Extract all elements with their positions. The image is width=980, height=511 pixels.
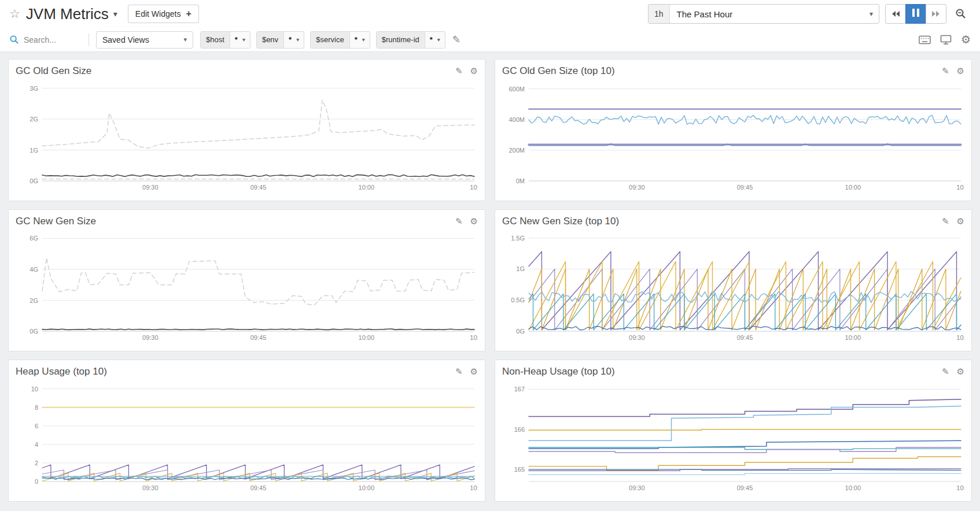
- search-icon: [9, 35, 19, 45]
- svg-text:2G: 2G: [30, 116, 38, 123]
- chevron-down-icon: ▾: [296, 36, 304, 43]
- chart-canvas[interactable]: 024681009:3009:4510:0010:: [16, 379, 478, 493]
- keyboard-icon: [919, 35, 931, 45]
- svg-text:10:: 10:: [956, 484, 964, 491]
- dashboard-title: JVM Metrics: [26, 5, 109, 23]
- plus-icon: +: [186, 10, 191, 17]
- search-input[interactable]: [24, 35, 82, 45]
- keyboard-shortcuts-icon[interactable]: [919, 35, 931, 45]
- chart-canvas[interactable]: 16516616709:3009:4510:0010:: [502, 379, 964, 493]
- toolbar-divider: [89, 34, 89, 46]
- search-box[interactable]: [9, 35, 82, 45]
- edit-widget-pencil-icon[interactable]: ✎: [455, 216, 463, 227]
- svg-text:1.5G: 1.5G: [511, 235, 525, 242]
- template-var-name: $runtime-id: [377, 32, 425, 48]
- template-var-runtime-id[interactable]: $runtime-id*▾: [376, 31, 445, 49]
- header-right: 1h The Past Hour ▾: [648, 4, 971, 24]
- widget-non-heap-usage-top-10: Non-Heap Usage (top 10)✎⚙16516616709:300…: [495, 360, 972, 502]
- svg-text:4: 4: [35, 441, 38, 448]
- svg-text:10:: 10:: [956, 184, 964, 191]
- svg-text:10:: 10:: [470, 184, 478, 191]
- svg-text:09:30: 09:30: [629, 484, 645, 491]
- svg-text:09:30: 09:30: [142, 484, 159, 491]
- chevron-down-icon: ▾: [183, 36, 187, 43]
- edit-widget-pencil-icon[interactable]: ✎: [942, 66, 949, 76]
- time-forward-button[interactable]: [926, 4, 946, 24]
- svg-text:10:00: 10:00: [359, 334, 375, 341]
- graph-zoom-button[interactable]: [951, 4, 971, 24]
- svg-text:1G: 1G: [30, 147, 38, 154]
- widget-title: GC Old Gen Size: [16, 65, 91, 77]
- widget-icons: ✎⚙: [942, 66, 964, 76]
- svg-text:09:30: 09:30: [629, 334, 645, 341]
- svg-text:10:00: 10:00: [845, 484, 861, 491]
- chart-canvas[interactable]: 0G1G2G3G09:3009:4510:0010:: [16, 78, 478, 192]
- widget-header: GC Old Gen Size (top 10)✎⚙: [502, 65, 964, 77]
- widget-settings-gear-icon[interactable]: ⚙: [470, 366, 478, 377]
- chart-canvas[interactable]: 0G0.5G1G1.5G09:3009:4510:0010:: [502, 228, 964, 343]
- svg-text:09:45: 09:45: [737, 184, 753, 191]
- time-range-picker[interactable]: 1h The Past Hour ▾: [648, 4, 879, 24]
- widget-header: Non-Heap Usage (top 10)✎⚙: [502, 366, 964, 377]
- widget-gc-old-gen-size-top-10: GC Old Gen Size (top 10)✎⚙0M200M400M600M…: [495, 59, 972, 201]
- time-backward-button[interactable]: [885, 4, 906, 24]
- rewind-icon: [890, 9, 901, 19]
- magnifier-zoom-icon: [955, 8, 967, 20]
- monitor-icon: [940, 35, 952, 45]
- widget-title: GC New Gen Size: [16, 216, 96, 227]
- chevron-down-icon: ▾: [362, 36, 370, 43]
- edit-template-variables-icon[interactable]: ✎: [452, 34, 460, 46]
- svg-text:10:: 10:: [956, 334, 964, 341]
- widget-settings-gear-icon[interactable]: ⚙: [957, 216, 964, 227]
- svg-text:10:00: 10:00: [359, 484, 375, 491]
- svg-text:10:00: 10:00: [845, 184, 861, 191]
- svg-text:09:45: 09:45: [737, 334, 753, 341]
- widget-settings-gear-icon[interactable]: ⚙: [957, 66, 964, 76]
- pause-live-button[interactable]: [905, 4, 926, 24]
- widget-icons: ✎⚙: [455, 366, 478, 377]
- chart-canvas[interactable]: 0G2G4G6G09:3009:4510:0010:: [16, 228, 478, 343]
- chart-canvas[interactable]: 0M200M400M600M09:3009:4510:0010:: [502, 78, 964, 192]
- svg-text:200M: 200M: [509, 147, 525, 154]
- template-var-host[interactable]: $host*▾: [200, 31, 250, 49]
- svg-text:6: 6: [35, 423, 38, 429]
- svg-text:2G: 2G: [30, 297, 38, 304]
- time-range-shorthand: 1h: [649, 5, 670, 23]
- edit-widget-pencil-icon[interactable]: ✎: [455, 66, 463, 76]
- dashboard-title-chevron-down-icon[interactable]: ▾: [113, 9, 117, 18]
- edit-widgets-button[interactable]: Edit Widgets +: [128, 5, 199, 23]
- widget-icons: ✎⚙: [942, 366, 964, 377]
- template-var-env[interactable]: $env*▾: [256, 31, 304, 49]
- widget-gc-old-gen-size: GC Old Gen Size✎⚙0G1G2G3G09:3009:4510:00…: [8, 59, 485, 201]
- widget-gc-new-gen-size: GC New Gen Size✎⚙0G2G4G6G09:3009:4510:00…: [8, 209, 485, 351]
- widget-gc-new-gen-size-top-10: GC New Gen Size (top 10)✎⚙0G0.5G1G1.5G09…: [495, 209, 972, 351]
- template-var-service[interactable]: $service*▾: [310, 31, 370, 49]
- svg-text:09:45: 09:45: [250, 334, 267, 341]
- svg-text:09:45: 09:45: [250, 484, 267, 491]
- svg-text:09:45: 09:45: [250, 184, 267, 191]
- dashboard-settings-gear-icon[interactable]: ⚙: [961, 33, 971, 46]
- tv-mode-icon[interactable]: [940, 35, 952, 45]
- widget-settings-gear-icon[interactable]: ⚙: [470, 66, 478, 76]
- svg-text:10:00: 10:00: [845, 334, 861, 341]
- svg-text:09:30: 09:30: [142, 184, 159, 191]
- svg-text:400M: 400M: [509, 116, 525, 123]
- saved-views-select[interactable]: Saved Views ▾: [96, 31, 193, 49]
- edit-widget-pencil-icon[interactable]: ✎: [942, 216, 949, 227]
- widget-settings-gear-icon[interactable]: ⚙: [957, 366, 964, 377]
- svg-text:0G: 0G: [30, 328, 38, 335]
- svg-text:10:: 10:: [470, 334, 478, 341]
- svg-text:6G: 6G: [30, 235, 38, 242]
- svg-text:10:00: 10:00: [359, 184, 375, 191]
- template-var-value: *: [425, 35, 437, 44]
- widget-icons: ✎⚙: [455, 216, 478, 227]
- edit-widget-pencil-icon[interactable]: ✎: [942, 366, 949, 377]
- widget-icons: ✎⚙: [455, 66, 478, 76]
- chevron-down-icon: ▾: [437, 36, 445, 43]
- favorite-star-icon[interactable]: ☆: [9, 7, 20, 21]
- edit-widget-pencil-icon[interactable]: ✎: [455, 366, 463, 377]
- widget-title: Non-Heap Usage (top 10): [502, 366, 615, 377]
- svg-text:0M: 0M: [516, 177, 525, 184]
- widget-title: Heap Usage (top 10): [16, 366, 107, 377]
- widget-settings-gear-icon[interactable]: ⚙: [470, 216, 478, 227]
